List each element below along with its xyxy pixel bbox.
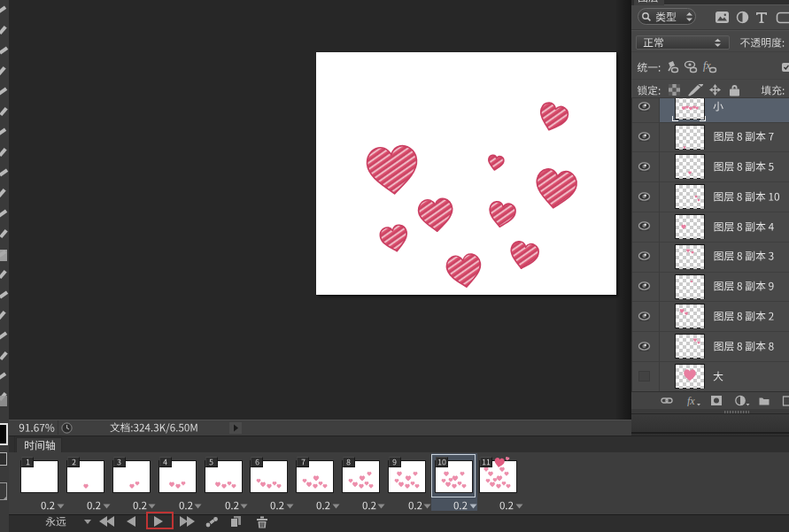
svg-text:fx: fx [687,395,695,406]
